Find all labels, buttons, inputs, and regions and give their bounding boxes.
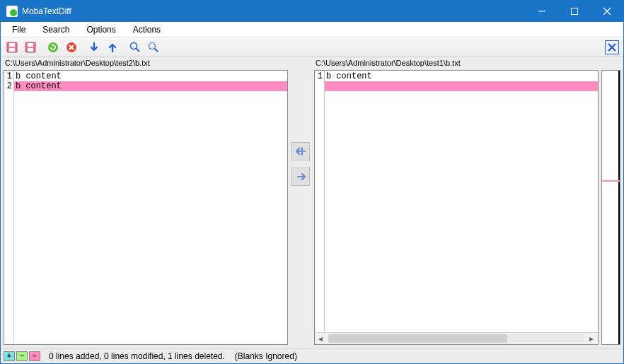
status-deleted-indicator: − [29, 351, 40, 361]
save-right-button[interactable] [22, 40, 39, 55]
left-editor[interactable]: 1 2 b content b content [4, 70, 288, 345]
close-panel-button[interactable] [605, 40, 619, 54]
reload-button[interactable] [45, 40, 62, 55]
app-icon [6, 6, 18, 17]
close-button[interactable] [591, 1, 623, 22]
left-text[interactable]: b content b content [14, 71, 287, 344]
status-options: (Blanks Ignored) [235, 351, 297, 361]
transfer-column [291, 57, 311, 348]
workarea: C:\Users\Administrator\Desktop\test2\b.t… [1, 57, 623, 363]
menubar: File Search Options Actions [1, 22, 623, 37]
svg-point-14 [131, 42, 137, 49]
scroll-right-icon[interactable]: ▸ [586, 333, 598, 345]
line-number: 2 [4, 81, 12, 91]
code-line: b content [14, 71, 287, 81]
left-gutter: 1 2 [4, 71, 14, 344]
status-added-indicator: + [4, 351, 15, 361]
code-line-deleted [325, 81, 598, 91]
svg-rect-1 [572, 8, 578, 15]
titlebar[interactable]: MobaTextDiff [1, 1, 623, 22]
svg-point-16 [149, 42, 156, 49]
status-summary: 0 lines added, 0 lines modified, 1 lines… [49, 351, 225, 361]
scroll-left-icon[interactable]: ◂ [315, 333, 327, 345]
save-left-button[interactable] [4, 40, 21, 55]
line-number: 1 [315, 71, 323, 81]
line-number: 1 [4, 71, 12, 81]
diff-panes: C:\Users\Administrator\Desktop\test2\b.t… [1, 57, 623, 348]
svg-rect-5 [9, 43, 15, 47]
svg-rect-6 [9, 48, 15, 52]
overview-strip[interactable] [601, 70, 620, 345]
overview-cursor [618, 71, 620, 344]
right-editor[interactable]: 1 b content ◂ ▸ [314, 70, 599, 345]
line-number [315, 81, 323, 91]
right-gutter: 1 [315, 71, 325, 332]
right-pane: C:\Users\Administrator\Desktop\test1\b.t… [311, 57, 601, 348]
app-title: MobaTextDiff [22, 6, 71, 16]
right-text[interactable]: b content [325, 71, 598, 332]
maximize-button[interactable] [558, 1, 591, 22]
app-window: MobaTextDiff File Search Options Actions [0, 0, 624, 364]
svg-rect-8 [28, 43, 33, 47]
next-diff-button[interactable] [86, 40, 103, 55]
copy-left-button[interactable] [291, 142, 310, 160]
right-path: C:\Users\Administrator\Desktop\test1\b.t… [314, 57, 599, 70]
left-path: C:\Users\Administrator\Desktop\test2\b.t… [4, 57, 288, 70]
svg-line-17 [155, 48, 158, 52]
overview-marker [602, 180, 620, 182]
statusbar: + ~ − 0 lines added, 0 lines modified, 1… [1, 348, 623, 363]
menu-file[interactable]: File [4, 23, 34, 36]
right-horizontal-scrollbar[interactable]: ◂ ▸ [315, 332, 598, 344]
menu-search[interactable]: Search [34, 23, 78, 36]
toolbar [1, 37, 623, 57]
copy-right-button[interactable] [291, 168, 310, 186]
minimize-button[interactable] [526, 1, 558, 22]
prev-diff-button[interactable] [104, 40, 121, 55]
scroll-thumb[interactable] [328, 334, 507, 343]
code-line: b content [325, 71, 598, 81]
svg-rect-9 [28, 48, 33, 52]
zoom-button[interactable] [127, 40, 144, 55]
code-line-deleted: b content [14, 81, 287, 91]
status-modified-indicator: ~ [16, 351, 28, 361]
svg-line-15 [137, 48, 140, 52]
cancel-button[interactable] [63, 40, 80, 55]
menu-actions[interactable]: Actions [125, 23, 169, 36]
left-pane: C:\Users\Administrator\Desktop\test2\b.t… [1, 57, 291, 348]
scroll-track[interactable] [328, 334, 584, 343]
menu-options[interactable]: Options [78, 23, 124, 36]
zoom-reset-button[interactable] [145, 40, 162, 55]
